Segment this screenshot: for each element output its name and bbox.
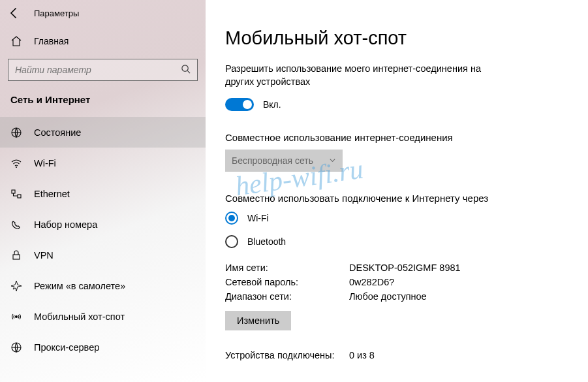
svg-rect-6 — [18, 195, 21, 198]
search-field[interactable] — [15, 65, 181, 75]
vpn-icon — [10, 249, 22, 261]
airplane-icon — [10, 280, 22, 292]
sidebar-item-wifi[interactable]: Wi-Fi — [0, 148, 206, 178]
sidebar-item-label: Мобильный хот-спот — [34, 311, 125, 322]
devices-label: Устройства подключены: — [225, 350, 349, 360]
ethernet-icon — [10, 188, 22, 200]
sidebar-item-label: Wi-Fi — [34, 158, 56, 168]
radio-bluetooth[interactable]: Bluetooth — [225, 235, 568, 248]
share-from-label: Совместное использование интернет-соедин… — [225, 132, 568, 143]
sidebar-item-proxy[interactable]: Прокси-сервер — [0, 332, 206, 362]
window-title: Параметры — [34, 8, 79, 18]
network-band-value: Любое доступное — [349, 291, 427, 302]
radio-label: Bluetooth — [247, 236, 286, 247]
sidebar-item-label: Ethernet — [34, 189, 70, 199]
svg-point-0 — [182, 65, 188, 71]
svg-point-4 — [16, 167, 17, 168]
dropdown-value: Беспроводная сеть — [232, 155, 313, 166]
svg-rect-5 — [12, 190, 15, 193]
section-header: Сеть и Интернет — [0, 89, 206, 117]
sidebar-item-label: Режим «в самолете» — [34, 281, 125, 291]
home-button[interactable]: Главная — [0, 26, 206, 56]
wifi-icon — [10, 157, 22, 169]
back-button[interactable] — [8, 7, 21, 20]
sidebar-item-label: Набор номера — [34, 219, 97, 230]
dialup-icon — [10, 219, 22, 231]
sidebar-item-label: Прокси-сервер — [34, 342, 99, 353]
edit-button[interactable]: Изменить — [225, 311, 291, 330]
sidebar-item-vpn[interactable]: VPN — [0, 240, 206, 270]
status-icon — [10, 127, 22, 138]
sidebar: Параметры Главная Сеть и Интернет Состоя… — [0, 0, 206, 382]
network-password-value: 0w282D6? — [349, 277, 394, 287]
devices-value: 0 из 8 — [349, 350, 375, 360]
sidebar-item-airplane[interactable]: Режим «в самолете» — [0, 270, 206, 301]
share-from-dropdown[interactable]: Беспроводная сеть — [225, 150, 343, 172]
share-over-label: Совместно использовать подключение к Инт… — [225, 193, 568, 204]
network-name-value: DESKTOP-052IGMF 8981 — [349, 263, 461, 273]
radio-icon — [225, 235, 238, 248]
sidebar-item-dialup[interactable]: Набор номера — [0, 209, 206, 240]
sidebar-item-label: Состояние — [34, 127, 81, 138]
network-band-label: Диапазон сети: — [225, 291, 349, 302]
search-icon — [181, 64, 191, 76]
share-toggle[interactable] — [225, 98, 254, 111]
svg-rect-7 — [13, 255, 20, 259]
sidebar-item-label: VPN — [34, 250, 54, 261]
chevron-down-icon — [329, 155, 336, 166]
network-name-label: Имя сети: — [225, 263, 349, 273]
svg-point-8 — [15, 315, 18, 318]
network-password-label: Сетевой пароль: — [225, 277, 349, 287]
home-label: Главная — [34, 36, 69, 46]
radio-wifi[interactable]: Wi-Fi — [225, 212, 568, 225]
search-input[interactable] — [8, 59, 198, 81]
radio-icon — [225, 212, 238, 225]
main-content: Мобильный хот-спот Разрешить использован… — [206, 0, 588, 382]
sidebar-item-status[interactable]: Состояние — [0, 117, 206, 148]
sidebar-item-hotspot[interactable]: Мобильный хот-спот — [0, 301, 206, 332]
radio-label: Wi-Fi — [247, 213, 269, 223]
titlebar: Параметры — [0, 0, 206, 26]
share-description: Разрешить использование моего интернет-с… — [225, 62, 506, 89]
sidebar-item-ethernet[interactable]: Ethernet — [0, 178, 206, 209]
proxy-icon — [10, 342, 22, 353]
toggle-label: Вкл. — [263, 99, 281, 110]
page-title: Мобильный хот-спот — [225, 27, 568, 49]
svg-line-1 — [187, 71, 190, 73]
hotspot-icon — [10, 311, 22, 323]
home-icon — [10, 35, 22, 47]
